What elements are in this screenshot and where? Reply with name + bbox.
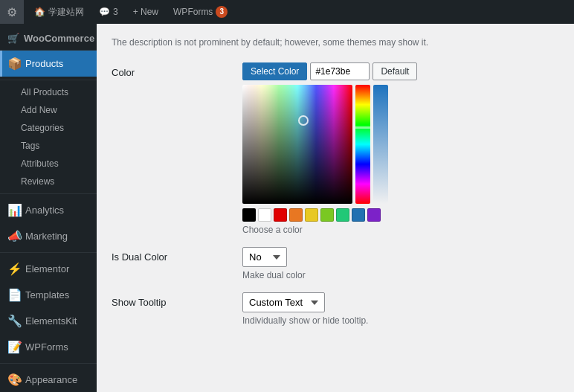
products-icon: 📦	[7, 57, 21, 71]
sub-sep-2	[0, 193, 97, 194]
swatch-blue[interactable]	[352, 208, 365, 222]
admin-bar-new[interactable]: + New	[129, 0, 163, 24]
color-control: Select Color Default	[242, 62, 559, 235]
sub-categories[interactable]: Categories	[0, 119, 97, 137]
swatch-purple[interactable]	[367, 208, 381, 222]
new-label: + New	[133, 7, 158, 17]
swatch-black[interactable]	[242, 208, 256, 222]
tooltip-select[interactable]: Custom Text Default None	[242, 292, 325, 312]
sep4	[0, 363, 97, 364]
marketing-icon: 📣	[7, 229, 21, 243]
sep3	[0, 252, 97, 253]
default-color-button[interactable]: Default	[373, 62, 417, 80]
description-text: The description is not prominent by defa…	[112, 36, 559, 49]
main-layout: 🛒 WooCommerce 📦 Products All Products Ad…	[0, 24, 574, 392]
sidebar-marketing-label: Marketing	[25, 231, 68, 242]
color-picker-canvas	[242, 85, 559, 204]
color-label: Color	[112, 62, 230, 78]
sub-add-new[interactable]: Add New	[0, 101, 97, 119]
dual-color-hint: Make dual color	[242, 270, 559, 280]
swatch-yellow[interactable]	[305, 208, 318, 222]
dual-color-control: No Yes Make dual color	[242, 247, 559, 280]
sub-all-products[interactable]: All Products	[0, 83, 97, 101]
sidebar-wpforms-label: WPForms	[25, 341, 68, 353]
admin-bar-comments[interactable]: 💬 3	[94, 0, 123, 24]
color-hex-input[interactable]	[310, 62, 370, 80]
woocommerce-icon: 🛒	[7, 33, 19, 44]
appearance-icon: 🎨	[7, 373, 21, 387]
sidebar-item-appearance[interactable]: 🎨 Appearance	[0, 367, 97, 392]
tooltip-hint: Individually show or hide tooltip.	[242, 315, 559, 326]
tooltip-label: Show Tooltip	[112, 292, 230, 308]
wpforms-badge: 3	[216, 6, 228, 18]
sidebar-item-analytics[interactable]: 📊 Analytics	[0, 197, 97, 223]
sidebar-appearance-label: Appearance	[25, 374, 77, 385]
sub-tags[interactable]: Tags	[0, 137, 97, 155]
sidebar-item-marketing[interactable]: 📣 Marketing	[0, 223, 97, 249]
site-icon: 🏠	[34, 7, 45, 17]
admin-bar: ⚙ 🏠 学建站网 💬 3 + New WPForms 3	[0, 0, 574, 24]
admin-bar-site[interactable]: 🏠 学建站网	[30, 0, 88, 24]
site-name: 学建站网	[48, 6, 84, 19]
comment-count: 3	[113, 7, 118, 17]
sidebar-products-label: Products	[25, 58, 63, 69]
sidebar: 🛒 WooCommerce 📦 Products All Products Ad…	[0, 24, 97, 392]
select-color-button[interactable]: Select Color	[242, 62, 307, 80]
sidebar-item-templates[interactable]: 📄 Templates	[0, 282, 97, 308]
swatch-teal[interactable]	[336, 208, 349, 222]
admin-bar-wpforms[interactable]: WPForms 3	[169, 0, 232, 24]
sub-reviews[interactable]: Reviews	[0, 173, 97, 190]
sidebar-analytics-label: Analytics	[25, 205, 64, 216]
swatch-orange[interactable]	[289, 208, 303, 222]
color-picker-row: Select Color Default	[242, 62, 559, 80]
tooltip-control: Custom Text Default None Individually sh…	[242, 292, 559, 326]
alpha-track	[373, 85, 388, 204]
sub-sep	[0, 80, 97, 80]
sidebar-item-wpforms[interactable]: 📝 WPForms	[0, 334, 97, 360]
dual-color-label: Is Dual Color	[112, 247, 230, 263]
alpha-slider[interactable]	[373, 85, 388, 204]
wpforms-label: WPForms	[173, 7, 213, 17]
elementskit-icon: 🔧	[7, 314, 21, 328]
wp-logo[interactable]: ⚙	[0, 0, 24, 24]
hue-track	[355, 85, 370, 204]
hue-indicator	[355, 126, 370, 129]
tooltip-row: Show Tooltip Custom Text Default None In…	[112, 292, 559, 326]
choose-color-hint: Choose a color	[242, 225, 559, 235]
analytics-icon: 📊	[7, 203, 21, 217]
color-form-row: Color Select Color Default	[112, 62, 559, 235]
templates-icon: 📄	[7, 288, 21, 302]
sidebar-item-elementor[interactable]: ⚡ Elementor	[0, 256, 97, 282]
sidebar-brand: 🛒 WooCommerce	[0, 24, 97, 51]
swatch-red[interactable]	[274, 208, 287, 222]
dual-color-select[interactable]: No Yes	[242, 247, 287, 267]
content-area: The description is not prominent by defa…	[97, 24, 574, 392]
dual-color-row: Is Dual Color No Yes Make dual color	[112, 247, 559, 280]
wpforms-icon: 📝	[7, 340, 21, 354]
swatch-white[interactable]	[258, 208, 271, 222]
gradient-canvas[interactable]	[242, 85, 352, 204]
sub-attributes[interactable]: Attributes	[0, 155, 97, 173]
swatch-green[interactable]	[320, 208, 334, 222]
color-swatches	[242, 208, 559, 222]
sidebar-templates-label: Templates	[25, 289, 69, 301]
sidebar-item-elementskit[interactable]: 🔧 ElementsKit	[0, 308, 97, 334]
hue-slider[interactable]	[355, 85, 370, 204]
comment-icon: 💬	[99, 7, 110, 17]
sidebar-brand-name: WooCommerce	[24, 33, 94, 44]
sidebar-item-products[interactable]: 📦 Products	[0, 51, 97, 77]
elementor-icon: ⚡	[7, 262, 21, 276]
sidebar-elementor-label: Elementor	[25, 263, 69, 274]
sidebar-elementskit-label: ElementsKit	[25, 315, 77, 327]
